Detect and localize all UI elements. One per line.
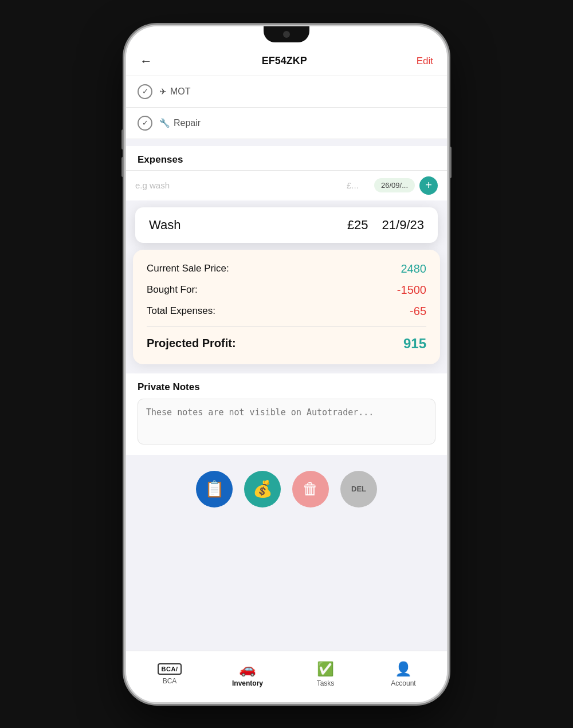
repair-label: 🔧 Repair xyxy=(159,118,201,128)
money-button[interactable]: 💰 xyxy=(244,471,281,507)
camera xyxy=(283,31,290,38)
sale-price-label: Current Sale Price: xyxy=(147,263,229,274)
sale-price-row: Current Sale Price: 2480 xyxy=(147,262,426,276)
bought-for-value: -1500 xyxy=(397,284,426,297)
scroll-content[interactable]: ✓ ✈ MOT ✓ 🔧 Repair xyxy=(126,76,447,702)
wash-expense-entry[interactable]: Wash £25 21/9/23 xyxy=(135,207,438,243)
private-notes-section: Private Notes xyxy=(126,373,447,455)
notch xyxy=(264,26,309,42)
screen: ← EF54ZKP Edit ✓ ✈ MOT ✓ xyxy=(126,26,447,702)
inventory-nav-label: Inventory xyxy=(232,679,263,687)
profit-divider xyxy=(147,326,426,326)
delete-trash-button[interactable]: 🗑 xyxy=(292,471,329,507)
back-button[interactable]: ← xyxy=(140,54,152,69)
inventory-nav-item[interactable]: 🚗 Inventory xyxy=(209,661,286,692)
repair-check-icon: ✓ xyxy=(138,116,152,131)
projected-profit-value: 915 xyxy=(403,336,426,352)
expense-input-row[interactable]: e.g wash £... 26/09/... + xyxy=(126,170,447,200)
repair-emoji: 🔧 xyxy=(159,118,170,128)
trash-icon: 🗑 xyxy=(303,479,319,498)
vol-up-button xyxy=(121,129,124,149)
tasks-icon: ✅ xyxy=(317,661,334,677)
account-icon: 👤 xyxy=(395,661,412,677)
tasks-nav-item[interactable]: ✅ Tasks xyxy=(286,661,364,692)
document-button[interactable]: 📋 xyxy=(196,471,233,507)
expenses-title: Expenses xyxy=(126,146,447,170)
edit-button[interactable]: Edit xyxy=(417,56,433,67)
account-nav-label: Account xyxy=(391,679,415,687)
document-icon: 📋 xyxy=(205,479,225,498)
service-mot: ✓ ✈ MOT xyxy=(126,76,447,108)
page-title: EF54ZKP xyxy=(262,55,307,67)
expenses-section: Expenses e.g wash £... 26/09/... + xyxy=(126,146,447,200)
bottom-nav: BCA/ BCA 🚗 Inventory ✅ Tasks 👤 Account xyxy=(126,651,447,702)
bought-for-row: Bought For: -1500 xyxy=(147,284,426,297)
wash-label: Wash xyxy=(149,218,347,233)
wash-amount: £25 xyxy=(347,218,368,233)
account-nav-item[interactable]: 👤 Account xyxy=(364,661,442,692)
projected-profit-row: Projected Profit: 915 xyxy=(147,336,426,352)
total-expenses-label: Total Expenses: xyxy=(147,305,215,317)
bca-nav-label: BCA xyxy=(163,677,177,685)
expense-name-placeholder: e.g wash xyxy=(135,180,342,190)
vol-down-button xyxy=(121,157,124,177)
phone-wrapper: ← EF54ZKP Edit ✓ ✈ MOT ✓ xyxy=(126,26,447,702)
profit-card: Current Sale Price: 2480 Bought For: -15… xyxy=(133,250,440,364)
expense-amount-placeholder: £... xyxy=(347,180,370,190)
inventory-icon: 🚗 xyxy=(239,661,256,677)
action-buttons-row: 📋 💰 🗑 DEL xyxy=(126,462,447,519)
bought-for-label: Bought For: xyxy=(147,284,198,296)
wash-date: 21/9/23 xyxy=(382,218,424,233)
mot-check-icon: ✓ xyxy=(138,84,152,99)
total-expenses-row: Total Expenses: -65 xyxy=(147,305,426,318)
tasks-nav-label: Tasks xyxy=(317,679,335,687)
sale-price-value: 2480 xyxy=(401,262,427,276)
projected-profit-label: Projected Profit: xyxy=(147,337,236,350)
power-button xyxy=(449,147,452,178)
private-notes-title: Private Notes xyxy=(138,381,435,393)
total-expenses-value: -65 xyxy=(410,305,426,318)
bca-icon: BCA/ xyxy=(158,663,182,675)
bca-nav-item[interactable]: BCA/ BCA xyxy=(131,663,209,690)
money-icon: 💰 xyxy=(253,479,273,498)
mot-emoji: ✈ xyxy=(159,86,167,97)
phone-shell: ← EF54ZKP Edit ✓ ✈ MOT ✓ xyxy=(126,26,447,702)
services-section: ✓ ✈ MOT ✓ 🔧 Repair xyxy=(126,76,447,139)
del-button[interactable]: DEL xyxy=(340,471,377,507)
private-notes-input[interactable] xyxy=(138,399,435,444)
service-repair: ✓ 🔧 Repair xyxy=(126,108,447,139)
mot-label: ✈ MOT xyxy=(159,86,191,97)
del-label: DEL xyxy=(351,485,366,493)
expense-add-button[interactable]: + xyxy=(419,176,438,195)
expense-date-chip[interactable]: 26/09/... xyxy=(374,178,415,192)
